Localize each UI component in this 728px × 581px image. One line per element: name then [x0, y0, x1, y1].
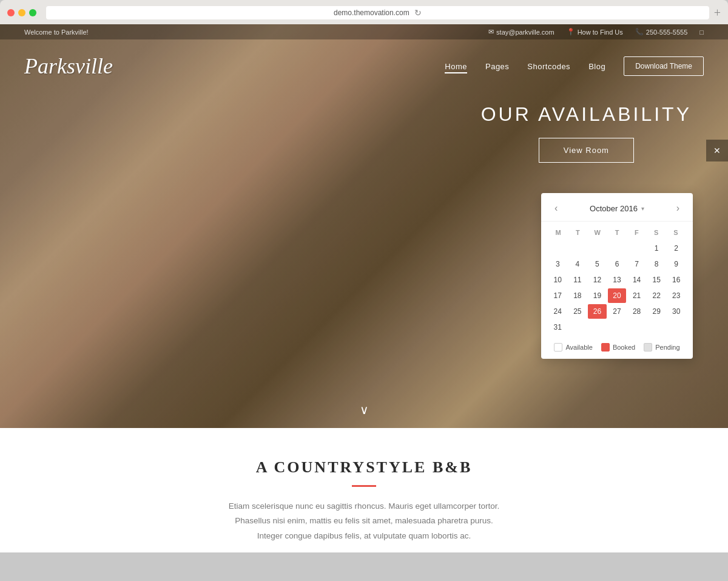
calendar-grid: M T W T F S S 12345678910111213141516171…: [541, 222, 693, 339]
scroll-down-arrow[interactable]: ∨: [360, 403, 369, 417]
calendar-day[interactable]: 23: [667, 288, 686, 303]
available-label: Available: [565, 344, 592, 351]
calendar-day[interactable]: 4: [568, 257, 587, 271]
calendar-day[interactable]: 9: [667, 257, 686, 271]
hero-section: Welcome to Parkville! ✉ stay@parkville.c…: [0, 24, 728, 428]
close-dot[interactable]: [7, 9, 15, 16]
calendar-day[interactable]: 29: [647, 304, 666, 319]
weekday-t2: T: [607, 226, 627, 239]
calendar-day[interactable]: 1: [647, 241, 666, 256]
nav-cta[interactable]: Download Theme: [624, 56, 704, 76]
calendar-day: [647, 320, 666, 335]
maximize-dot[interactable]: [29, 9, 36, 16]
hero-content: OUR AVAILABILITY View Room: [481, 103, 692, 163]
legend-pending: Pending: [644, 343, 679, 352]
download-theme-button[interactable]: Download Theme: [624, 56, 704, 76]
nav-link-home[interactable]: Home: [445, 62, 467, 73]
legend-available: Available: [554, 343, 592, 352]
calendar-day[interactable]: 7: [627, 257, 646, 271]
available-swatch: [554, 343, 562, 352]
email-text: stay@parkville.com: [496, 29, 554, 36]
refresh-icon[interactable]: ↻: [414, 8, 422, 18]
phone-icon: 📞: [635, 28, 644, 36]
hero-title: OUR AVAILABILITY: [481, 103, 692, 126]
section-title: A COUNTRYSTYLE B&B: [24, 458, 704, 477]
top-bar-right: ✉ stay@parkville.com 📍 How to Find Us 📞 …: [488, 28, 704, 36]
calendar-day[interactable]: 15: [647, 273, 666, 287]
calendar-dropdown-arrow[interactable]: ▾: [641, 205, 644, 212]
view-room-button[interactable]: View Room: [539, 138, 634, 163]
pending-swatch: [644, 343, 652, 352]
calendar-day[interactable]: 2: [667, 241, 686, 256]
calendar-day[interactable]: 18: [568, 288, 587, 303]
booked-swatch: [601, 343, 610, 352]
address-bar[interactable]: demo.themovation.com ↻: [46, 6, 709, 19]
calendar-day[interactable]: 5: [588, 257, 607, 271]
calendar-day: [568, 241, 587, 256]
url-text: demo.themovation.com: [334, 8, 410, 17]
calendar-day: [548, 241, 567, 256]
weekday-s1: S: [646, 226, 666, 239]
calendar-day: [568, 320, 587, 335]
browser-dots: [7, 9, 36, 16]
calendar-day: [667, 320, 686, 335]
section-text-line1: Etiam scelerisque nunc eu sagittis rhonc…: [229, 501, 499, 511]
calendar-day[interactable]: 31: [548, 320, 567, 335]
location-item: 📍 How to Find Us: [567, 28, 623, 36]
nav-item-home[interactable]: Home: [445, 61, 467, 72]
calendar-day[interactable]: 19: [588, 288, 607, 303]
minimize-dot[interactable]: [18, 9, 25, 16]
nav-item-pages[interactable]: Pages: [485, 61, 509, 72]
nav-link-pages[interactable]: Pages: [485, 62, 509, 71]
calendar-day[interactable]: 22: [647, 288, 666, 303]
calendar-day[interactable]: 8: [647, 257, 666, 271]
pending-label: Pending: [655, 344, 679, 351]
wrench-icon: ✕: [713, 146, 721, 156]
calendar-day[interactable]: 3: [548, 257, 567, 271]
calendar-day[interactable]: 25: [568, 304, 587, 319]
calendar-prev-button[interactable]: ‹: [551, 202, 561, 215]
wrench-icon-button[interactable]: ✕: [706, 140, 728, 161]
calendar-day[interactable]: 28: [627, 304, 646, 319]
calendar-day[interactable]: 17: [548, 288, 567, 303]
calendar-month-text: October 2016: [590, 204, 638, 213]
calendar-day[interactable]: 27: [608, 304, 627, 319]
location-text: How to Find Us: [578, 29, 623, 36]
calendar-day[interactable]: 13: [608, 273, 627, 287]
calendar-day[interactable]: 11: [568, 273, 587, 287]
calendar-day[interactable]: 16: [667, 273, 686, 287]
location-icon: 📍: [567, 28, 575, 36]
calendar-day[interactable]: 20: [608, 288, 627, 303]
calendar-day: [588, 241, 607, 256]
calendar-day[interactable]: 12: [588, 273, 607, 287]
new-tab-button[interactable]: +: [714, 7, 721, 19]
calendar-day[interactable]: 24: [548, 304, 567, 319]
social-icon[interactable]: □: [699, 29, 704, 36]
nav-links: Home Pages Shortcodes Blog Download Them…: [445, 56, 704, 76]
top-bar: Welcome to Parkville! ✉ stay@parkville.c…: [0, 24, 728, 39]
calendar-widget: ‹ October 2016 ▾ › M T W T F S S 12: [541, 193, 693, 359]
weekday-s2: S: [666, 226, 686, 239]
calendar-next-button[interactable]: ›: [673, 202, 683, 215]
nav-link-shortcodes[interactable]: Shortcodes: [527, 62, 570, 71]
calendar-days: 1234567891011121314151617181920212223242…: [548, 241, 686, 335]
website: Welcome to Parkville! ✉ stay@parkville.c…: [0, 24, 728, 552]
nav-item-shortcodes[interactable]: Shortcodes: [527, 61, 570, 72]
brand-logo[interactable]: Parksville: [24, 53, 113, 79]
white-section: A COUNTRYSTYLE B&B Etiam scelerisque nun…: [0, 428, 728, 552]
calendar-day: [608, 241, 627, 256]
weekday-f: F: [627, 226, 646, 239]
booked-label: Booked: [613, 344, 635, 351]
nav-link-blog[interactable]: Blog: [588, 62, 605, 71]
nav-item-blog[interactable]: Blog: [588, 61, 605, 72]
calendar-day[interactable]: 30: [667, 304, 686, 319]
navbar: Parksville Home Pages Shortcodes Blog Do…: [0, 41, 728, 91]
calendar-day: [627, 320, 646, 335]
calendar-day[interactable]: 14: [627, 273, 646, 287]
calendar-day[interactable]: 21: [627, 288, 646, 303]
calendar-day[interactable]: 6: [608, 257, 627, 271]
calendar-day: [588, 320, 607, 335]
calendar-weekdays: M T W T F S S: [548, 226, 686, 239]
calendar-day[interactable]: 26: [588, 304, 607, 319]
calendar-day[interactable]: 10: [548, 273, 567, 287]
